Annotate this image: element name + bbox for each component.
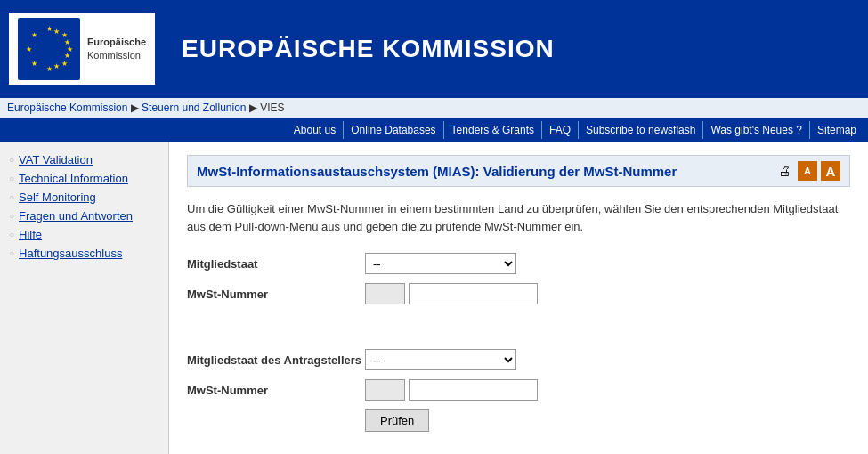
svg-text:★: ★ bbox=[53, 28, 60, 36]
breadcrumb-link-2[interactable]: Steuern und Zollunion bbox=[142, 101, 246, 114]
nav-tenders[interactable]: Tenders & Grants bbox=[444, 121, 542, 139]
institution-label: Europäische Kommission bbox=[87, 36, 146, 63]
svg-text:★: ★ bbox=[31, 31, 37, 39]
mitgliedstaat-antrag-label: Mitgliedstaat des Antragstellers bbox=[187, 353, 365, 367]
mitgliedstaat-antrag-dropdown[interactable]: -- bbox=[365, 349, 516, 370]
sidebar-item-label: Haftungsausschluss bbox=[19, 247, 122, 260]
submit-button[interactable]: Prüfen bbox=[365, 409, 429, 432]
mitgliedstaat-dropdown[interactable]: -- bbox=[365, 253, 516, 274]
breadcrumb-link-1[interactable]: Europäische Kommission bbox=[7, 101, 127, 114]
svg-text:★: ★ bbox=[64, 52, 70, 60]
logo-area: ★ ★ ★ ★ ★ ★ ★ ★ ★ ★ ★ ★ Europäische Komm… bbox=[9, 13, 155, 85]
mwst-antrag-number-input[interactable] bbox=[409, 379, 538, 401]
svg-text:★: ★ bbox=[46, 65, 53, 73]
main-layout: ○ VAT Validation ○ Technical Information… bbox=[0, 142, 868, 454]
sidebar-item-label: Fragen und Antworten bbox=[19, 209, 133, 223]
sidebar-item-faq[interactable]: ○ Fragen und Antworten bbox=[4, 207, 164, 225]
breadcrumb-current: VIES bbox=[260, 101, 284, 114]
mitgliedstaat-antrag-control: -- bbox=[365, 349, 516, 370]
mwst-antrag-label: MwSt-Nummer bbox=[187, 384, 365, 397]
svg-text:★: ★ bbox=[26, 45, 32, 53]
sidebar-item-self-monitoring[interactable]: ○ Self Monitoring bbox=[4, 188, 164, 207]
nav-sitemap[interactable]: Sitemap bbox=[810, 121, 864, 139]
print-icon[interactable]: 🖨 bbox=[775, 161, 794, 181]
page-title-bar: MwSt-Informationsaustauschsystem (MIAS):… bbox=[187, 155, 850, 187]
nav-faq[interactable]: FAQ bbox=[542, 121, 579, 139]
page-title: MwSt-Informationsaustauschsystem (MIAS):… bbox=[197, 164, 677, 179]
sidebar: ○ VAT Validation ○ Technical Information… bbox=[0, 142, 169, 454]
page-actions: 🖨 A A bbox=[775, 161, 840, 181]
mitgliedstaat-control: -- bbox=[365, 253, 516, 274]
form-section-1: Mitgliedstaat -- MwSt-Nummer bbox=[187, 253, 850, 304]
svg-text:★: ★ bbox=[64, 38, 70, 46]
sidebar-item-haftungsausschluss[interactable]: ○ Haftungsausschluss bbox=[4, 244, 164, 263]
bullet-icon: ○ bbox=[9, 155, 14, 165]
submit-row: Prüfen bbox=[187, 409, 850, 432]
eu-flag: ★ ★ ★ ★ ★ ★ ★ ★ ★ ★ ★ ★ bbox=[18, 18, 80, 80]
bullet-icon: ○ bbox=[9, 174, 14, 183]
sidebar-item-hilfe[interactable]: ○ Hilfe bbox=[4, 225, 164, 244]
sidebar-item-label: Hilfe bbox=[19, 228, 42, 241]
sidebar-item-technical-information[interactable]: ○ Technical Information bbox=[4, 169, 164, 188]
svg-text:★: ★ bbox=[53, 62, 60, 70]
bullet-icon: ○ bbox=[9, 248, 14, 258]
mitgliedstaat-label: Mitgliedstaat bbox=[187, 257, 365, 271]
nav-news[interactable]: Was gibt's Neues ? bbox=[703, 121, 810, 139]
svg-text:★: ★ bbox=[61, 60, 68, 68]
mwst-number-input[interactable] bbox=[409, 283, 538, 304]
sidebar-item-vat-validation[interactable]: ○ VAT Validation bbox=[4, 150, 164, 169]
mwst-row: MwSt-Nummer bbox=[187, 283, 850, 304]
breadcrumb: Europäische Kommission ▶ Steuern und Zol… bbox=[0, 98, 868, 118]
svg-text:★: ★ bbox=[46, 25, 53, 33]
header: ★ ★ ★ ★ ★ ★ ★ ★ ★ ★ ★ ★ Europäische Komm… bbox=[0, 0, 868, 98]
content-area: MwSt-Informationsaustauschsystem (MIAS):… bbox=[169, 142, 868, 454]
bullet-icon: ○ bbox=[9, 211, 14, 221]
nav-online-databases[interactable]: Online Databases bbox=[344, 121, 443, 139]
description-text: Um die Gültigkeit einer MwSt-Nummer in e… bbox=[187, 200, 850, 235]
font-small-button[interactable]: A bbox=[798, 161, 817, 181]
mwst-label: MwSt-Nummer bbox=[187, 288, 365, 301]
section-divider bbox=[187, 322, 850, 349]
font-large-button[interactable]: A bbox=[821, 161, 840, 181]
svg-text:★: ★ bbox=[31, 60, 37, 68]
nav-subscribe[interactable]: Subscribe to newsflash bbox=[579, 121, 703, 139]
sidebar-item-label: Self Monitoring bbox=[19, 191, 96, 204]
sidebar-item-label: VAT Validation bbox=[19, 153, 93, 166]
mwst-prefix-input[interactable] bbox=[365, 283, 405, 304]
mwst-antrag-prefix-input[interactable] bbox=[365, 379, 405, 401]
form-section-2: Mitgliedstaat des Antragstellers -- MwSt… bbox=[187, 349, 850, 432]
mwst-antrag-control bbox=[365, 379, 538, 401]
mwst-control bbox=[365, 283, 538, 304]
nav-about-us[interactable]: About us bbox=[287, 121, 344, 139]
mitgliedstaat-row: Mitgliedstaat -- bbox=[187, 253, 850, 274]
sidebar-item-label: Technical Information bbox=[19, 172, 128, 185]
bullet-icon: ○ bbox=[9, 192, 14, 202]
bullet-icon: ○ bbox=[9, 230, 14, 239]
site-title: EUROPÄISCHE KOMMISSION bbox=[182, 35, 555, 63]
mwst-antrag-row: MwSt-Nummer bbox=[187, 379, 850, 401]
mitgliedstaat-antrag-row: Mitgliedstaat des Antragstellers -- bbox=[187, 349, 850, 370]
navbar: About us Online Databases Tenders & Gran… bbox=[0, 118, 868, 142]
